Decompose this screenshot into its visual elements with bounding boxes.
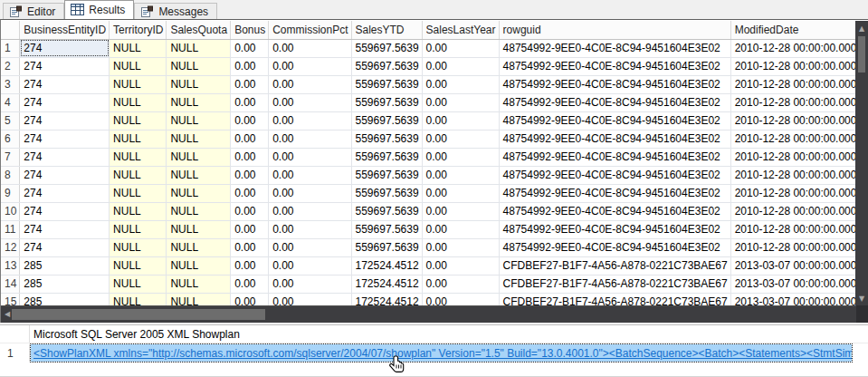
grid-cell[interactable]: 0.00 xyxy=(231,57,269,75)
grid-cell[interactable]: 0.00 xyxy=(231,130,269,148)
grid-cell[interactable]: 0.00 xyxy=(422,75,499,93)
grid-cell[interactable]: 0.00 xyxy=(422,275,499,293)
grid-cell[interactable]: 2010-12-28 00:00:00.000 xyxy=(730,111,855,130)
grid-cell[interactable]: 559697.5639 xyxy=(351,166,422,184)
grid-cell[interactable]: 0.00 xyxy=(231,184,269,202)
grid-cell[interactable]: 0.00 xyxy=(231,238,269,256)
column-header-salesytd[interactable]: SalesYTD xyxy=(351,21,422,39)
grid-cell[interactable]: 0.00 xyxy=(269,130,351,148)
grid-cell[interactable]: NULL xyxy=(110,130,167,148)
grid-cell[interactable]: NULL xyxy=(167,57,231,75)
grid-cell[interactable]: NULL xyxy=(110,184,167,202)
grid-cell[interactable]: NULL xyxy=(167,202,231,220)
grid-cell[interactable]: 2010-12-28 00:00:00.000 xyxy=(730,202,855,220)
grid-cell[interactable]: 0.00 xyxy=(269,57,351,75)
column-header-bonus[interactable]: Bonus xyxy=(231,21,269,39)
row-number[interactable]: 7 xyxy=(1,148,20,166)
grid-cell[interactable]: 48754992-9EE0-4C0E-8C94-9451604E3E02 xyxy=(499,220,730,238)
grid-corner-cell[interactable] xyxy=(1,21,20,39)
scroll-up-icon[interactable]: ▲ xyxy=(855,23,868,35)
grid-cell[interactable]: 0.00 xyxy=(269,275,351,293)
grid-cell[interactable]: 559697.5639 xyxy=(351,93,422,111)
grid-cell[interactable]: 559697.5639 xyxy=(351,57,422,75)
grid-cell[interactable]: 0.00 xyxy=(269,166,351,184)
grid-cell[interactable]: 274 xyxy=(20,202,110,220)
horizontal-scroll-thumb[interactable] xyxy=(12,309,265,320)
grid-cell[interactable]: 2010-12-28 00:00:00.000 xyxy=(730,57,855,75)
grid-cell[interactable]: 0.00 xyxy=(269,238,351,256)
grid-cell[interactable]: 48754992-9EE0-4C0E-8C94-9451604E3E02 xyxy=(499,93,730,111)
column-header-businessentityid[interactable]: BusinessEntityID xyxy=(20,21,110,39)
grid-cell[interactable]: 48754992-9EE0-4C0E-8C94-9451604E3E02 xyxy=(499,148,730,166)
grid-cell[interactable]: 0.00 xyxy=(422,166,499,184)
grid-cell[interactable]: 559697.5639 xyxy=(351,130,422,148)
grid-cell[interactable]: NULL xyxy=(167,275,231,293)
grid-cell[interactable]: NULL xyxy=(167,39,231,57)
grid-cell[interactable]: 274 xyxy=(20,220,110,238)
grid-cell[interactable]: 274 xyxy=(20,130,110,148)
grid-cell[interactable]: 172524.4512 xyxy=(351,256,422,275)
grid-cell[interactable]: NULL xyxy=(110,148,167,166)
row-number[interactable]: 5 xyxy=(1,111,20,130)
grid-cell[interactable]: 274 xyxy=(20,111,110,130)
grid-cell[interactable]: 0.00 xyxy=(231,75,269,93)
grid-cell[interactable]: NULL xyxy=(167,93,231,111)
grid-cell[interactable]: 172524.4512 xyxy=(351,293,422,306)
grid-cell[interactable]: NULL xyxy=(110,39,167,57)
grid-cell[interactable]: NULL xyxy=(110,166,167,184)
grid-cell[interactable]: 2010-12-28 00:00:00.000 xyxy=(730,148,855,166)
grid-cell[interactable]: 0.00 xyxy=(269,256,351,275)
tab-results[interactable]: Results xyxy=(64,0,134,19)
showplan-link-cell[interactable]: <ShowPlanXML xmlns="http://schemas.micro… xyxy=(31,344,852,362)
grid-cell[interactable]: NULL xyxy=(110,220,167,238)
grid-cell[interactable]: 274 xyxy=(20,184,110,202)
row-number[interactable]: 3 xyxy=(1,75,20,93)
grid-cell[interactable]: NULL xyxy=(167,75,231,93)
row-number[interactable]: 9 xyxy=(1,184,20,202)
grid-cell[interactable]: 0.00 xyxy=(269,75,351,93)
grid-cell[interactable]: 0.00 xyxy=(231,293,269,306)
grid-cell[interactable]: NULL xyxy=(110,293,167,306)
grid-cell[interactable]: 48754992-9EE0-4C0E-8C94-9451604E3E02 xyxy=(499,75,730,93)
grid-cell[interactable]: 285 xyxy=(20,293,110,306)
vertical-scroll-thumb[interactable] xyxy=(858,36,865,72)
grid-cell[interactable]: NULL xyxy=(110,93,167,111)
grid-cell[interactable]: 0.00 xyxy=(422,93,499,111)
grid-cell[interactable]: 0.00 xyxy=(422,202,499,220)
grid-cell[interactable]: 559697.5639 xyxy=(351,111,422,130)
grid-cell[interactable]: 0.00 xyxy=(269,293,351,306)
column-header-salesquota[interactable]: SalesQuota xyxy=(167,21,231,39)
grid-cell[interactable]: 0.00 xyxy=(422,256,499,275)
grid-cell[interactable]: 0.00 xyxy=(422,111,499,130)
grid-cell[interactable]: 48754992-9EE0-4C0E-8C94-9451604E3E02 xyxy=(499,184,730,202)
grid-cell[interactable]: NULL xyxy=(110,202,167,220)
column-header-territoryid[interactable]: TerritoryID xyxy=(110,21,167,39)
grid-cell[interactable]: 0.00 xyxy=(422,220,499,238)
grid-cell[interactable]: 0.00 xyxy=(231,93,269,111)
grid-cell[interactable]: NULL xyxy=(167,166,231,184)
grid-cell[interactable]: 48754992-9EE0-4C0E-8C94-9451604E3E02 xyxy=(499,238,730,256)
grid-cell[interactable]: 48754992-9EE0-4C0E-8C94-9451604E3E02 xyxy=(499,202,730,220)
grid-cell[interactable]: 0.00 xyxy=(269,39,351,57)
grid-cell[interactable]: 559697.5639 xyxy=(351,148,422,166)
grid-cell[interactable]: 2010-12-28 00:00:00.000 xyxy=(730,75,855,93)
grid-cell[interactable]: NULL xyxy=(167,256,231,275)
grid-cell[interactable]: 0.00 xyxy=(269,184,351,202)
grid-cell[interactable]: 559697.5639 xyxy=(351,39,422,57)
grid-cell[interactable]: 274 xyxy=(20,166,110,184)
grid-cell[interactable]: NULL xyxy=(167,293,231,306)
horizontal-scrollbar[interactable]: ◀ ▶ xyxy=(1,305,868,323)
row-number[interactable]: 12 xyxy=(1,238,20,256)
tab-messages[interactable]: Messages xyxy=(134,3,217,19)
grid-cell[interactable]: CFDBEF27-B1F7-4A56-A878-0221C73BAE67 xyxy=(499,275,730,293)
grid-cell[interactable]: NULL xyxy=(110,57,167,75)
row-number[interactable]: 15 xyxy=(1,293,20,306)
grid-cell[interactable]: 0.00 xyxy=(422,39,499,57)
grid-cell[interactable]: 48754992-9EE0-4C0E-8C94-9451604E3E02 xyxy=(499,111,730,130)
grid-cell[interactable]: 285 xyxy=(20,275,110,293)
grid-cell[interactable]: CFDBEF27-B1F7-4A56-A878-0221C73BAE67 xyxy=(499,256,730,275)
grid-cell[interactable]: 274 xyxy=(20,39,110,57)
column-header-rowguid[interactable]: rowguid xyxy=(499,21,730,39)
grid-cell[interactable]: 0.00 xyxy=(422,57,499,75)
grid-cell[interactable]: NULL xyxy=(167,111,231,130)
